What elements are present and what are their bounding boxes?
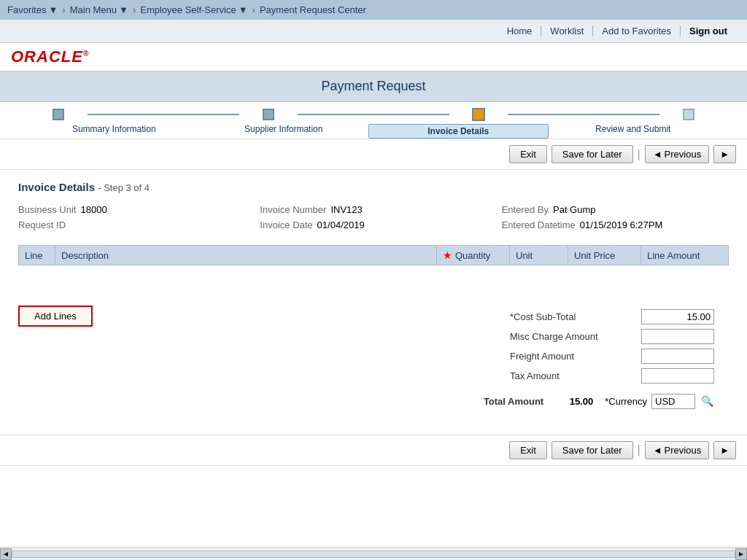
step-2-indicator xyxy=(263,109,274,120)
wizard-line-3 xyxy=(508,114,659,115)
top-navigation: Favorites ▼ › Main Menu ▼ › Employee Sel… xyxy=(0,0,747,20)
col-line: Line xyxy=(19,246,55,265)
cost-subtotal-row: *Cost Sub-Total xyxy=(510,309,714,324)
quantity-required-star: ★ xyxy=(443,249,455,261)
main-menu[interactable]: Main Menu ▼ xyxy=(70,4,128,15)
top-previous-arrow-icon: ◄ xyxy=(653,149,662,160)
currency-input[interactable] xyxy=(651,394,695,409)
step-4-indicator xyxy=(683,109,694,120)
col-description: Description xyxy=(55,246,437,265)
tax-input[interactable] xyxy=(641,368,714,384)
top-previous-button[interactable]: ◄ Previous xyxy=(645,145,709,163)
bottom-exit-button[interactable]: Exit xyxy=(509,441,547,459)
cost-subtotal-input[interactable] xyxy=(641,309,714,324)
step-3-label[interactable]: Invoice Details xyxy=(368,124,549,139)
col-quantity: ★ Quantity xyxy=(437,246,510,265)
col-line-amount: Line Amount xyxy=(641,246,729,265)
misc-charge-input[interactable] xyxy=(641,329,714,344)
bottom-next-button[interactable]: ► xyxy=(713,441,736,459)
nav-separator-1: › xyxy=(62,4,65,15)
step-3-indicator xyxy=(472,108,485,121)
invoice-date-row: Invoice Date 01/04/2019 xyxy=(260,219,487,230)
wizard-labels: Summary Information Supplier Information… xyxy=(29,124,718,139)
bottom-separator: | xyxy=(638,443,640,456)
tax-row: Tax Amount xyxy=(510,368,714,384)
add-lines-button[interactable]: Add Lines xyxy=(18,306,93,327)
page-title: Payment Request xyxy=(0,71,747,102)
payment-request-center-breadcrumb: Payment Request Center xyxy=(260,4,366,15)
invoice-number-row: Invoice Number INV123 xyxy=(260,204,487,215)
add-to-favorites-link[interactable]: Add to Favorites xyxy=(593,26,681,36)
freight-input[interactable] xyxy=(641,349,714,364)
worklist-link[interactable]: Worklist xyxy=(541,26,593,36)
misc-charge-row: Misc Charge Amount xyxy=(510,329,714,344)
entered-datetime-row: Entered Datetime 01/15/2019 6:27PM xyxy=(502,219,729,230)
request-id-row: Request ID xyxy=(18,219,245,230)
favorites-dropdown-icon: ▼ xyxy=(48,4,58,15)
total-amount-row: Total Amount 15.00 *Currency 🔍 xyxy=(484,394,714,409)
top-next-arrow-icon: ► xyxy=(720,149,729,160)
nav-separator-2: › xyxy=(133,4,136,15)
top-exit-button[interactable]: Exit xyxy=(509,145,547,163)
entered-by-row: Entered By Pat Gump xyxy=(502,204,729,215)
top-separator: | xyxy=(638,148,640,161)
totals-section: *Cost Sub-Total Misc Charge Amount Freig… xyxy=(484,309,729,409)
bottom-action-bar: Exit Save for Later | ◄ Previous ► xyxy=(0,435,747,466)
oracle-logo: ORACLE® xyxy=(11,47,736,66)
wizard-line-1 xyxy=(88,114,239,115)
step-1-indicator xyxy=(53,109,64,120)
favorites-menu[interactable]: Favorites ▼ xyxy=(7,4,58,15)
bottom-next-arrow-icon: ► xyxy=(720,445,729,456)
bottom-save-for-later-button[interactable]: Save for Later xyxy=(551,441,633,459)
currency-search-icon[interactable]: 🔍 xyxy=(700,394,714,408)
nav-separator-3: › xyxy=(252,4,255,15)
wizard-stepper: Summary Information Supplier Information… xyxy=(0,102,747,139)
top-action-bar: Exit Save for Later | ◄ Previous ► xyxy=(0,139,747,170)
home-link[interactable]: Home xyxy=(498,26,542,36)
main-content: Invoice Details - Step 3 of 4 Business U… xyxy=(0,170,747,420)
info-grid: Business Unit 18000 Invoice Number INV12… xyxy=(18,204,729,230)
top-next-button[interactable]: ► xyxy=(713,145,736,163)
col-unit-price: Unit Price xyxy=(568,246,641,265)
business-unit-row: Business Unit 18000 xyxy=(18,204,245,215)
employee-self-service-menu[interactable]: Employee Self-Service ▼ xyxy=(140,4,247,15)
empty-row xyxy=(19,265,729,287)
top-save-for-later-button[interactable]: Save for Later xyxy=(551,145,633,163)
invoice-lines-table: Line Description ★ Quantity Unit Unit Pr… xyxy=(18,245,729,287)
wizard-line-2 xyxy=(298,114,449,115)
main-menu-dropdown-icon: ▼ xyxy=(119,4,128,15)
freight-row: Freight Amount xyxy=(510,349,714,364)
logo-bar: ORACLE® xyxy=(0,43,747,71)
currency-row: *Currency 🔍 xyxy=(599,394,714,409)
col-unit: Unit xyxy=(510,246,568,265)
step-1-label[interactable]: Summary Information xyxy=(29,124,199,139)
bottom-previous-button[interactable]: ◄ Previous xyxy=(645,441,709,459)
ess-dropdown-icon: ▼ xyxy=(239,4,248,15)
bottom-previous-arrow-icon: ◄ xyxy=(653,445,662,456)
step-2-label[interactable]: Supplier Information xyxy=(199,124,369,139)
header-bar: Home Worklist Add to Favorites Sign out xyxy=(0,20,747,43)
section-title: Invoice Details - Step 3 of 4 xyxy=(18,181,729,193)
step-4-label[interactable]: Review and Submit xyxy=(549,124,719,139)
sign-out-link[interactable]: Sign out xyxy=(681,26,736,36)
